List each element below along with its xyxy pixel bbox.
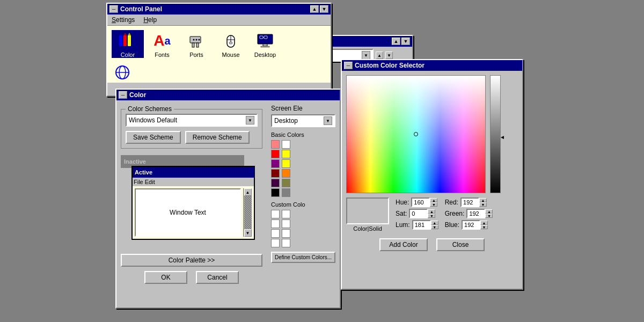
cp-icon-fonts[interactable]: Aa Fonts	[146, 30, 178, 58]
cp-menu-help[interactable]: Help	[141, 16, 159, 24]
color-schemes-label: Color Schemes	[126, 105, 174, 113]
basic-color-3[interactable]	[282, 150, 290, 158]
green-spinbox[interactable]: ▲ ▼	[466, 209, 493, 218]
blue-arrows[interactable]: ▲ ▼	[480, 221, 488, 229]
manager-scroll-up[interactable]: ▲	[376, 52, 383, 59]
basic-color-8[interactable]	[271, 179, 280, 187]
manager-dropdown-arrow[interactable]: ▼	[362, 51, 370, 60]
basic-colors-label: Basic Colors	[271, 131, 335, 138]
cp-menu-settings[interactable]: Settings	[109, 16, 137, 24]
lum-input[interactable]	[412, 220, 431, 230]
red-down-arrow[interactable]: ▼	[479, 202, 487, 207]
blue-label: Blue:	[445, 221, 459, 229]
cp-icon-mouse[interactable]: Mouse	[215, 30, 247, 58]
custom-color-1[interactable]	[282, 210, 290, 218]
custom-color-6[interactable]	[271, 239, 280, 247]
color-system-btn[interactable]: ─	[119, 91, 127, 99]
green-down-arrow[interactable]: ▼	[485, 214, 493, 218]
blue-down-arrow[interactable]: ▼	[480, 225, 488, 229]
svg-rect-0	[119, 35, 122, 46]
cp-icon-color[interactable]: Color	[112, 30, 144, 58]
screen-element-dropdown[interactable]: Desktop ▼	[271, 114, 335, 127]
cp-minimize-btn[interactable]: ▲	[310, 5, 319, 13]
basic-color-1[interactable]	[282, 140, 290, 149]
preview-active-window: Active File Edit Window Text ▲	[131, 166, 255, 240]
basic-color-9[interactable]	[282, 179, 290, 187]
blue-up-arrow[interactable]: ▲	[480, 221, 488, 225]
brightness-bar[interactable]	[490, 75, 501, 193]
preview-scroll-down[interactable]: ▼	[244, 229, 252, 237]
save-scheme-btn[interactable]: Save Scheme	[126, 131, 181, 144]
basic-color-10[interactable]	[271, 188, 280, 197]
ccs-titlebar: ─ Custom Color Selector	[342, 60, 522, 71]
basic-color-5[interactable]	[282, 159, 290, 168]
hue-down-arrow[interactable]: ▼	[430, 202, 437, 207]
cp-icon-ports[interactable]: Ports	[180, 30, 213, 58]
lum-down-arrow[interactable]: ▼	[431, 225, 438, 229]
basic-color-6[interactable]	[271, 169, 280, 178]
cp-titlebar: ─ Control Panel ▲ ▼	[107, 4, 331, 14]
blue-input[interactable]	[462, 220, 480, 230]
sat-spinbox[interactable]: ▲ ▼	[409, 209, 435, 218]
hue-label: Hue:	[396, 199, 409, 206]
red-spinbox[interactable]: ▲ ▼	[460, 197, 487, 207]
color-spectrum[interactable]	[346, 75, 486, 193]
basic-color-7[interactable]	[282, 169, 290, 178]
hue-row: Hue: ▲ ▼	[396, 197, 438, 207]
sat-down-arrow[interactable]: ▼	[428, 214, 435, 218]
sat-arrows[interactable]: ▲ ▼	[428, 209, 435, 218]
remove-scheme-btn[interactable]: Remove Scheme	[185, 131, 250, 144]
basic-color-2[interactable]	[271, 150, 280, 158]
svg-rect-2	[128, 35, 131, 46]
manager-maximize-btn[interactable]: ▼	[401, 38, 410, 45]
screen-element-arrow[interactable]: ▼	[324, 116, 332, 125]
scheme-arrow[interactable]: ▼	[246, 116, 254, 125]
hue-spinbox[interactable]: ▲ ▼	[411, 197, 437, 207]
green-input[interactable]	[466, 209, 485, 218]
basic-color-0[interactable]	[271, 140, 280, 149]
lum-up-arrow[interactable]: ▲	[431, 221, 438, 225]
cp-maximize-btn[interactable]: ▼	[320, 5, 328, 13]
preview-scroll-up[interactable]: ▲	[244, 188, 252, 196]
green-arrows[interactable]: ▲ ▼	[485, 209, 493, 218]
svg-marker-5	[128, 33, 131, 35]
define-custom-btn[interactable]: Define Custom Colors...	[271, 252, 335, 263]
custom-color-4[interactable]	[271, 229, 280, 238]
green-up-arrow[interactable]: ▲	[485, 209, 493, 214]
add-color-btn[interactable]: Add Color	[379, 238, 428, 251]
red-up-arrow[interactable]: ▲	[479, 198, 487, 202]
sat-input[interactable]	[409, 209, 428, 218]
close-btn[interactable]: Close	[436, 238, 485, 251]
cp-icon-ports-label: Ports	[189, 52, 203, 58]
custom-color-0[interactable]	[271, 210, 280, 218]
hue-up-arrow[interactable]: ▲	[430, 198, 437, 202]
ccs-system-btn[interactable]: ─	[344, 62, 353, 69]
cp-system-btn[interactable]: ─	[109, 5, 118, 13]
ports-icon	[186, 30, 207, 52]
cp-menubar: Settings Help	[107, 14, 331, 26]
basic-color-4[interactable]	[271, 159, 280, 168]
manager-scroll-down[interactable]: ▼	[385, 52, 393, 59]
custom-color-3[interactable]	[282, 219, 290, 228]
red-arrows[interactable]: ▲ ▼	[479, 198, 487, 207]
ok-btn[interactable]: OK	[144, 271, 187, 284]
lum-spinbox[interactable]: ▲ ▼	[412, 220, 438, 230]
blue-spinbox[interactable]: ▲ ▼	[462, 220, 488, 230]
lum-arrows[interactable]: ▲ ▼	[431, 221, 438, 229]
basic-color-11[interactable]	[282, 188, 290, 197]
manager-minimize-btn[interactable]: ▲	[392, 38, 400, 45]
custom-color-7[interactable]	[282, 239, 290, 247]
cancel-btn[interactable]: Cancel	[196, 271, 239, 284]
custom-color-2[interactable]	[271, 219, 280, 228]
sat-up-arrow[interactable]: ▲	[428, 209, 435, 214]
color-palette-btn[interactable]: Color Palette >>	[121, 254, 262, 267]
hue-arrows[interactable]: ▲ ▼	[430, 198, 437, 207]
cp-icon-desktop[interactable]: Desktop	[249, 30, 281, 58]
scheme-dropdown[interactable]: Windows Default ▼	[126, 114, 258, 127]
preview-work-area: Window Text ▲ ▼	[133, 186, 254, 239]
custom-color-5[interactable]	[282, 229, 290, 238]
preview-scrollbar[interactable]: ▲ ▼	[243, 188, 252, 237]
red-input[interactable]	[460, 197, 479, 207]
hue-input[interactable]	[411, 197, 430, 207]
scheme-value: Windows Default	[129, 116, 177, 124]
